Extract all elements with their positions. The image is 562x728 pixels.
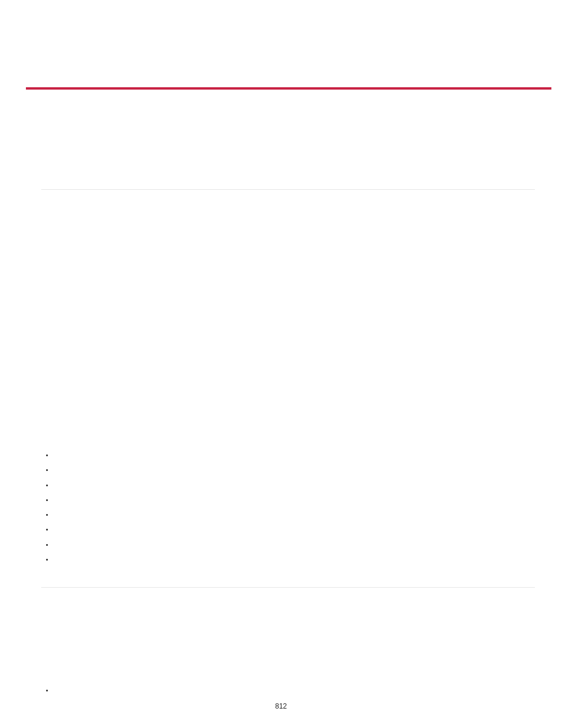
- list-item: [46, 522, 48, 537]
- section-divider-1: [41, 189, 535, 190]
- top-horizontal-rule: [26, 87, 551, 90]
- page-number: 812: [0, 702, 562, 710]
- bullet-list-1: [46, 448, 48, 567]
- list-item: [46, 683, 48, 698]
- list-item: [46, 493, 48, 508]
- list-item: [46, 478, 48, 493]
- bullet-list-2: [46, 683, 48, 698]
- list-item: [46, 538, 48, 552]
- list-item: [46, 552, 48, 567]
- list-item: [46, 448, 48, 463]
- list-item: [46, 463, 48, 477]
- list-item: [46, 508, 48, 522]
- section-divider-2: [41, 587, 535, 588]
